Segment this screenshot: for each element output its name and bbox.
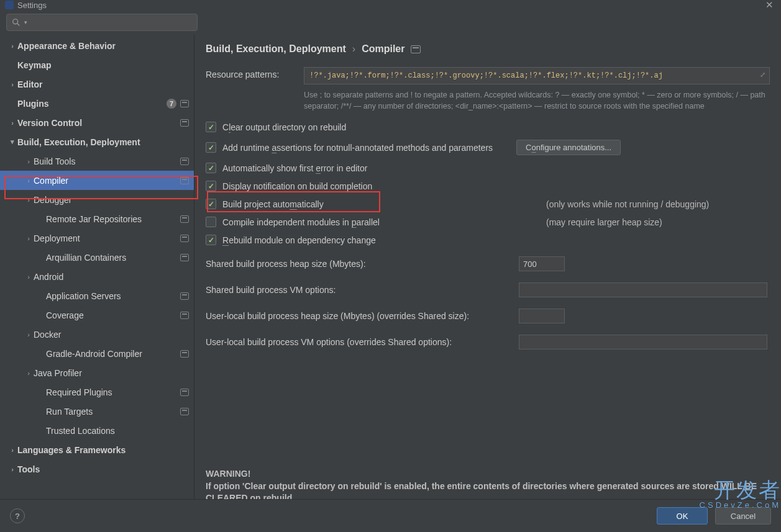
- user-heap-label: User-local build process heap size (Mbyt…: [206, 311, 510, 321]
- breadcrumb-parent[interactable]: Build, Execution, Deployment: [206, 43, 346, 55]
- user-heap-input[interactable]: [519, 309, 565, 323]
- project-scope-icon: [180, 100, 189, 107]
- project-scope-icon: [180, 254, 189, 261]
- shared-heap-input[interactable]: [519, 256, 565, 271]
- sidebar-item-label: Appearance & Behavior: [17, 41, 189, 51]
- rebuild-dep-label: Rebuild module on dependency change: [222, 235, 376, 245]
- rebuild-dep-checkbox[interactable]: [206, 235, 216, 245]
- resource-patterns-label: Resource patterns:: [206, 67, 293, 79]
- sidebar-item-label: Trusted Locations: [46, 426, 189, 436]
- chevron-right-icon: ›: [7, 119, 17, 127]
- sidebar-item-arquillian-containers[interactable]: ·Arquillian Containers: [0, 248, 194, 267]
- sidebar-item-android[interactable]: ›Android: [0, 267, 194, 286]
- display-notification-checkbox[interactable]: [206, 181, 216, 191]
- close-icon[interactable]: ✕: [763, 0, 776, 11]
- sidebar-item-remote-jar-repositories[interactable]: ·Remote Jar Repositories: [0, 209, 194, 228]
- sidebar-item-debugger[interactable]: ›Debugger: [0, 190, 194, 209]
- chevron-right-icon: ›: [24, 273, 34, 281]
- breadcrumb: Build, Execution, Deployment › Compiler: [206, 40, 770, 58]
- sidebar-item-label: Gradle-Android Compiler: [46, 349, 180, 359]
- watermark: 开发者 CSDevZe.CoM: [700, 479, 781, 510]
- sidebar-item-label: Remote Jar Repositories: [46, 214, 180, 224]
- search-icon: [12, 18, 21, 27]
- sidebar-item-appearance-behavior[interactable]: ›Appearance & Behavior: [0, 36, 194, 55]
- sidebar-item-label: Build Tools: [34, 156, 180, 166]
- sidebar-item-application-servers[interactable]: ·Application Servers: [0, 286, 194, 305]
- sidebar-item-label: Debugger: [34, 195, 189, 205]
- sidebar-item-editor[interactable]: ›Editor: [0, 74, 194, 94]
- help-button[interactable]: ?: [10, 508, 25, 523]
- chevron-down-icon: ▾: [7, 138, 17, 146]
- project-scope-icon: [180, 292, 189, 300]
- sidebar-item-build-execution-deployment[interactable]: ▾Build, Execution, Deployment: [0, 132, 194, 151]
- sidebar-item-tools[interactable]: ›Tools: [0, 459, 194, 479]
- sidebar-item-label: Languages & Frameworks: [17, 445, 189, 455]
- sidebar-item-required-plugins[interactable]: ·Required Plugins: [0, 382, 194, 402]
- ok-button[interactable]: OK: [657, 507, 708, 525]
- sidebar-item-label: Plugins: [17, 99, 167, 109]
- compile-parallel-checkbox[interactable]: [206, 217, 216, 227]
- configure-annotations-button[interactable]: Configure annotations...: [516, 140, 621, 155]
- user-vm-input[interactable]: [519, 335, 767, 349]
- chevron-right-icon: ›: [24, 177, 34, 184]
- project-scope-icon: [180, 215, 189, 223]
- settings-search-input[interactable]: [31, 17, 192, 27]
- build-auto-checkbox[interactable]: [206, 199, 216, 209]
- project-scope-icon: [180, 158, 189, 165]
- project-scope-icon: [180, 177, 189, 184]
- show-first-error-label: Automatically show first error in editor: [222, 163, 367, 173]
- project-scope-icon: [411, 45, 421, 53]
- sidebar-item-label: Docker: [34, 330, 189, 340]
- sidebar-item-label: Version Control: [17, 118, 180, 128]
- cancel-button[interactable]: Cancel: [715, 507, 771, 525]
- chevron-right-icon: ›: [7, 42, 17, 50]
- resource-patterns-input[interactable]: !?*.java;!?*.form;!?*.class;!?*.groovy;!…: [304, 67, 770, 84]
- shared-vm-input[interactable]: [519, 282, 767, 297]
- chevron-none: ·: [36, 254, 46, 261]
- build-auto-label: Build project automatically: [222, 199, 324, 209]
- sidebar-item-build-tools[interactable]: ›Build Tools: [0, 151, 194, 171]
- shared-heap-label: Shared build process heap size (Mbytes):: [206, 259, 510, 269]
- sidebar-item-gradle-android-compiler[interactable]: ·Gradle-Android Compiler: [0, 344, 194, 363]
- sidebar-item-trusted-locations[interactable]: ·Trusted Locations: [0, 421, 194, 440]
- clear-output-label: Clear output directory on rebuild: [222, 122, 346, 132]
- sidebar-item-languages-frameworks[interactable]: ›Languages & Frameworks: [0, 440, 194, 459]
- svg-line-1: [17, 24, 19, 25]
- sidebar-item-docker[interactable]: ›Docker: [0, 325, 194, 344]
- chevron-right-icon: ›: [24, 235, 34, 242]
- show-first-error-checkbox[interactable]: [206, 163, 216, 173]
- sidebar-item-label: Application Servers: [46, 291, 180, 301]
- sidebar-item-run-targets[interactable]: ·Run Targets: [0, 402, 194, 421]
- compile-parallel-label: Compile independent modules in parallel: [222, 217, 380, 227]
- sidebar-item-version-control[interactable]: ›Version Control: [0, 113, 194, 132]
- sidebar-item-label: Run Targets: [46, 407, 180, 417]
- clear-output-checkbox[interactable]: [206, 122, 216, 132]
- sidebar-item-compiler[interactable]: ›Compiler: [0, 171, 194, 190]
- chevron-right-icon: ›: [24, 196, 34, 204]
- chevron-right-icon: ›: [7, 446, 17, 454]
- runtime-assert-checkbox[interactable]: [206, 142, 216, 153]
- sidebar-item-label: Keymap: [17, 60, 189, 70]
- chevron-none: ·: [36, 427, 46, 435]
- svg-point-0: [13, 19, 18, 24]
- sidebar-item-label: Editor: [17, 79, 189, 89]
- sidebar-item-java-profiler[interactable]: ›Java Profiler: [0, 363, 194, 382]
- build-auto-note: (only works while not running / debuggin…: [534, 199, 770, 209]
- chevron-none: ·: [7, 100, 17, 107]
- sidebar-item-deployment[interactable]: ›Deployment: [0, 228, 194, 248]
- chevron-right-icon: ›: [7, 81, 17, 88]
- sidebar-item-label: Arquillian Containers: [46, 253, 180, 263]
- settings-content: Build, Execution, Deployment › Compiler …: [194, 35, 781, 505]
- sidebar-item-label: Tools: [17, 464, 189, 474]
- sidebar-item-keymap[interactable]: ·Keymap: [0, 55, 194, 74]
- sidebar-item-label: Compiler: [34, 176, 180, 186]
- search-caret-icon: ▾: [24, 19, 27, 25]
- sidebar-item-label: Android: [34, 272, 189, 282]
- project-scope-icon: [180, 350, 189, 358]
- runtime-assert-label: Add runtime assertions for notnull-annot…: [222, 143, 493, 153]
- settings-search-box[interactable]: ▾: [6, 14, 198, 31]
- sidebar-item-plugins[interactable]: ·Plugins7: [0, 94, 194, 113]
- sidebar-item-coverage[interactable]: ·Coverage: [0, 305, 194, 325]
- settings-sidebar: ›Appearance & Behavior·Keymap›Editor·Plu…: [0, 35, 194, 505]
- expand-icon[interactable]: ⤢: [760, 71, 765, 79]
